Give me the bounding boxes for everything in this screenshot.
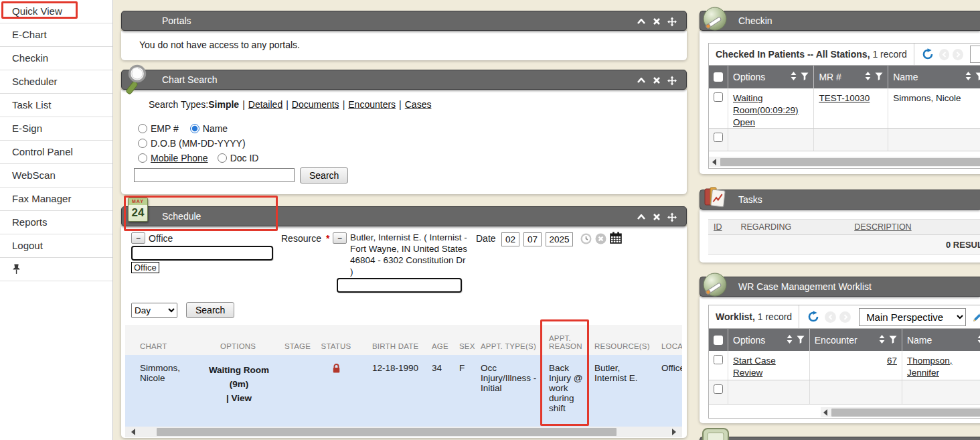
chart-search-input[interactable] — [134, 168, 295, 182]
collapse-icon[interactable] — [637, 212, 646, 222]
sidebar-item-control-panel[interactable]: Control Panel — [0, 141, 112, 164]
doc-id-radio[interactable] — [218, 153, 227, 163]
sidebar-item-checkin[interactable]: Checkin — [0, 47, 112, 70]
row-checkbox[interactable] — [714, 355, 723, 364]
refresh-icon[interactable] — [807, 311, 819, 323]
move-icon[interactable] — [667, 212, 677, 222]
mobile-phone-radio[interactable] — [138, 153, 147, 163]
refresh-icon[interactable] — [922, 48, 934, 60]
sort-icon[interactable] — [787, 335, 793, 346]
filter-icon[interactable] — [975, 72, 980, 82]
view-link[interactable]: | View — [199, 391, 279, 405]
tasks-col-id[interactable]: ID — [714, 222, 722, 232]
search-type-simple[interactable]: Simple — [208, 99, 239, 110]
col-location[interactable]: LOCATION — [653, 325, 682, 355]
schedule-search-button[interactable]: Search — [186, 302, 234, 318]
waiting-room-timer-link[interactable]: Waiting Room(00:09:29) — [733, 93, 799, 115]
open-link[interactable]: Open — [733, 117, 755, 127]
worklist-row[interactable]: Start Case Review 67 Thompson, Jennifer — [709, 351, 980, 380]
row-checkbox[interactable] — [714, 133, 723, 142]
sort-icon[interactable] — [791, 72, 797, 82]
scroll-left-arrow[interactable] — [823, 409, 827, 416]
search-type-encounters[interactable]: Encounters — [348, 99, 396, 110]
close-icon[interactable] — [652, 76, 661, 85]
encounter-link[interactable]: 67 — [887, 356, 897, 366]
chart-search-button[interactable]: Search — [300, 167, 348, 184]
scroll-right-arrow[interactable] — [672, 429, 676, 435]
schedule-view-select[interactable]: Day — [131, 303, 177, 318]
col-appt-reason[interactable]: APPT. REASON — [540, 325, 586, 355]
row-checkbox[interactable] — [714, 384, 723, 394]
sidebar-item-quick-view[interactable]: Quick View — [0, 0, 112, 23]
col-resources[interactable]: RESOURCE(S) — [586, 325, 653, 355]
search-type-cases[interactable]: Cases — [405, 99, 432, 110]
filter-icon[interactable] — [797, 335, 805, 346]
start-case-review-link[interactable]: Start Case Review — [733, 356, 776, 378]
tasks-col-regarding[interactable]: REGARDING — [741, 222, 792, 232]
col-sex[interactable]: SEX — [448, 325, 472, 355]
col-status[interactable]: STATUS — [316, 325, 356, 355]
tasks-col-description[interactable]: DESCRIPTION — [854, 222, 911, 232]
sidebar-item-reports[interactable]: Reports — [0, 211, 112, 234]
scroll-left-arrow[interactable] — [712, 159, 716, 165]
appointment-row[interactable]: Simmons, Nicole Waiting Room (9m) | View… — [125, 355, 682, 427]
next-page-icon[interactable] — [953, 49, 963, 60]
worklist-patient-link[interactable]: Thompson, Jennifer — [907, 356, 953, 378]
collapse-icon[interactable] — [637, 76, 646, 85]
select-all-checkbox[interactable] — [714, 72, 723, 82]
resource-collapse-button[interactable]: − — [333, 232, 347, 244]
sidebar-pin-toggle[interactable] — [0, 258, 112, 281]
col-appt-types[interactable]: APPT. TYPE(S) — [472, 325, 540, 355]
close-icon[interactable] — [652, 212, 661, 222]
row-checkbox[interactable] — [714, 92, 723, 102]
mr-number-link[interactable]: TEST-10030 — [819, 93, 870, 103]
date-day-input[interactable] — [523, 232, 542, 246]
office-collapse-button[interactable]: − — [131, 232, 145, 244]
sidebar-item-scheduler[interactable]: Scheduler — [0, 70, 112, 94]
sidebar-item-logout[interactable]: Logout — [0, 234, 112, 258]
scroll-thumb[interactable] — [720, 158, 980, 166]
date-month-input[interactable] — [501, 232, 519, 246]
col-birth-date[interactable]: BIRTH DATE — [356, 325, 420, 355]
search-type-detailed[interactable]: Detailed — [248, 99, 282, 110]
search-type-documents[interactable]: Documents — [292, 99, 339, 110]
edit-pencil-icon[interactable] — [972, 311, 980, 323]
date-year-input[interactable] — [546, 232, 573, 246]
clear-date-icon[interactable] — [595, 233, 606, 246]
sort-icon[interactable] — [865, 72, 871, 82]
perspective-select-clipped[interactable] — [970, 46, 980, 63]
scroll-thumb[interactable] — [157, 428, 617, 436]
resource-input[interactable] — [337, 278, 462, 293]
sidebar-item-e-chart[interactable]: E-Chart — [0, 23, 112, 47]
scroll-left-arrow[interactable] — [131, 429, 135, 435]
move-icon[interactable] — [667, 17, 677, 26]
col-age[interactable]: AGE — [420, 325, 448, 355]
col-chart[interactable]: CHART — [125, 325, 199, 355]
filter-icon[interactable] — [889, 335, 897, 346]
sidebar-item-fax-manager[interactable]: Fax Manager — [0, 188, 112, 211]
next-page-icon[interactable] — [839, 311, 851, 323]
sort-icon[interactable] — [879, 335, 885, 346]
sidebar-item-e-sign[interactable]: E-Sign — [0, 117, 112, 141]
office-input[interactable] — [131, 246, 273, 261]
filter-icon[interactable] — [875, 72, 883, 82]
name-radio[interactable] — [190, 124, 199, 133]
time-clock-icon[interactable] — [580, 233, 592, 246]
checkin-row[interactable]: Waiting Room(00:09:29) Open TEST-10030 S… — [709, 88, 980, 129]
perspective-select[interactable]: Main Perspective — [859, 308, 966, 326]
col-options[interactable]: OPTIONS — [199, 325, 279, 355]
prev-page-icon[interactable] — [939, 49, 950, 60]
select-all-checkbox[interactable] — [714, 336, 723, 345]
dob-radio[interactable] — [138, 139, 147, 148]
sort-icon[interactable] — [977, 335, 980, 346]
sidebar-item-webscan[interactable]: WebScan — [0, 164, 112, 188]
sort-icon[interactable] — [965, 72, 971, 82]
close-icon[interactable] — [652, 17, 661, 26]
prev-page-icon[interactable] — [825, 311, 836, 323]
move-icon[interactable] — [667, 76, 677, 85]
col-stage[interactable]: STAGE — [279, 325, 316, 355]
scroll-thumb[interactable] — [831, 409, 980, 417]
emp-number-radio[interactable] — [138, 124, 147, 133]
collapse-icon[interactable] — [637, 17, 646, 26]
filter-icon[interactable] — [801, 72, 809, 82]
